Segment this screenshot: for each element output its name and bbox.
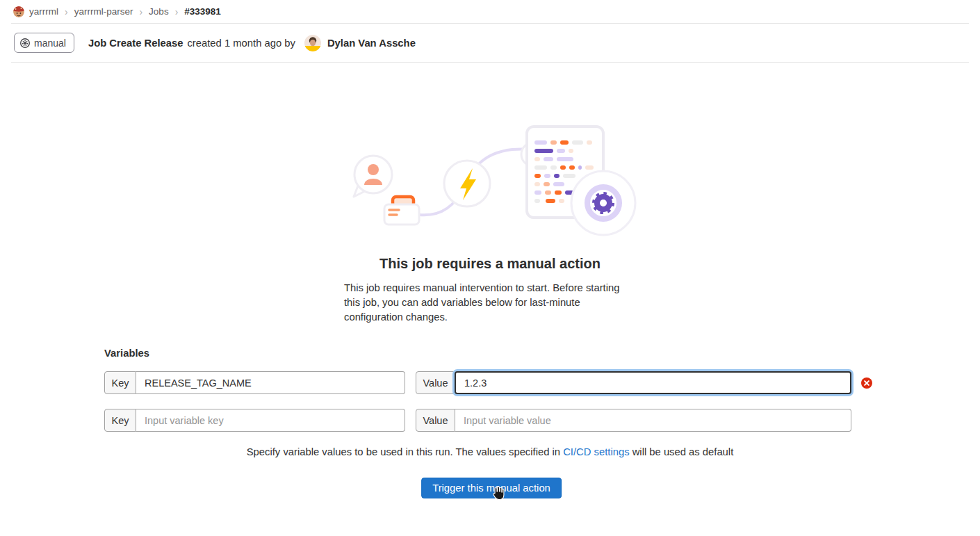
- variables-section: Variables Key Value Key Value: [104, 348, 883, 446]
- chevron-right-icon: ›: [175, 6, 179, 17]
- help-text-before: Specify variable values to be used in th…: [247, 446, 563, 457]
- empty-state-title: This job requires a manual action: [0, 256, 980, 272]
- trigger-manual-action-button[interactable]: Trigger this manual action: [421, 478, 562, 498]
- variable-key-input[interactable]: [136, 409, 405, 432]
- remove-circle-icon: [861, 377, 872, 389]
- gear-icon: [571, 171, 635, 235]
- breadcrumb: yarrrml › yarrrml-parser › Jobs › #33398…: [11, 0, 969, 24]
- variable-value-input[interactable]: [455, 371, 851, 394]
- manual-action-illustration: [351, 118, 643, 238]
- chevron-right-icon: ›: [139, 6, 142, 17]
- variable-row: Key Value: [104, 371, 883, 394]
- variable-key-input[interactable]: [136, 371, 405, 394]
- breadcrumb-item-project[interactable]: yarrrml-parser: [74, 6, 133, 17]
- author-avatar[interactable]: [304, 35, 321, 51]
- job-header: manual Job Create Release created 1 mont…: [11, 24, 969, 63]
- job-created-text: created 1 month ago by: [187, 38, 295, 49]
- status-badge-label: manual: [34, 38, 66, 49]
- manual-status-icon: [19, 38, 31, 49]
- remove-variable-button[interactable]: [861, 377, 872, 389]
- help-text-after: will be used as default: [630, 446, 734, 457]
- breadcrumb-item-group[interactable]: yarrrml: [29, 6, 58, 17]
- cicd-settings-link[interactable]: CI/CD settings: [563, 446, 629, 457]
- value-addon-label: Value: [416, 409, 455, 432]
- key-addon-label: Key: [104, 409, 136, 432]
- author-name[interactable]: Dylan Van Assche: [327, 38, 416, 49]
- variable-value-input[interactable]: [455, 409, 851, 432]
- empty-state-description: This job requires manual intervention to…: [344, 281, 632, 325]
- value-addon-label: Value: [416, 371, 455, 394]
- breadcrumb-item-jobs[interactable]: Jobs: [149, 6, 169, 17]
- job-title: Job Create Release: [88, 38, 183, 49]
- variables-help-text: Specify variable values to be used in th…: [0, 446, 980, 457]
- variable-row: Key Value: [104, 409, 883, 432]
- key-addon-label: Key: [104, 371, 136, 394]
- chevron-right-icon: ›: [65, 6, 68, 17]
- status-badge-manual[interactable]: manual: [14, 33, 74, 53]
- project-avatar: [13, 6, 24, 17]
- variables-title: Variables: [104, 348, 883, 359]
- breadcrumb-item-job-id: #333981: [184, 6, 221, 17]
